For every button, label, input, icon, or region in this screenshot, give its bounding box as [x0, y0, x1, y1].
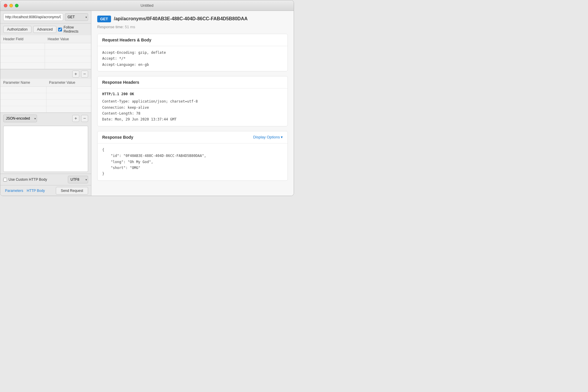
method-select-wrapper: GET POST PUT DELETE PATCH ▾ [65, 13, 88, 21]
response-headers-card: Response Headers HTTP/1.1 200 OK Content… [97, 76, 288, 126]
response-body-json: { "id": "0F40AB3E-488C-404D-86CC-FAB4D5B… [102, 147, 283, 177]
param-value-col: Parameter Value [46, 79, 91, 87]
params-section: Parameter Name Parameter Value [0, 79, 91, 113]
response-body-content: { "id": "0F40AB3E-488C-404D-86CC-FAB4D5B… [98, 143, 288, 180]
method-badge: GET [97, 16, 111, 22]
body-textarea[interactable] [3, 126, 88, 172]
response-body-title: Response Body [102, 135, 133, 140]
tabs-row: Authorization Advanced Follow Redirects [0, 24, 91, 35]
method-select[interactable]: GET POST PUT DELETE PATCH [65, 13, 88, 21]
window-controls [4, 4, 19, 7]
header-row-2 [0, 50, 91, 56]
url-input[interactable] [3, 13, 63, 21]
close-button[interactable] [4, 4, 7, 7]
window-title: Untitled [140, 3, 153, 8]
encoding-select-wrapper: JSON-encoded URL-encoded Multipart ▾ [3, 115, 37, 122]
tab-parameters[interactable]: Parameters [3, 187, 25, 194]
body-section [0, 124, 91, 174]
encoding-select[interactable]: JSON-encoded URL-encoded Multipart [3, 115, 37, 122]
right-panel: GET /api/acronyms/0F40AB3E-488C-404D-86C… [91, 11, 294, 196]
url-bar: GET POST PUT DELETE PATCH ▾ [0, 11, 91, 24]
use-custom-body-checkbox[interactable] [3, 178, 7, 182]
response-headers-code: Content-Type: application/json; charset=… [102, 98, 283, 123]
request-headers-body: Accept-Encoding: gzip, deflate Accept: *… [98, 46, 288, 71]
headers-section: Header Field Header Value [0, 35, 91, 69]
utf-select[interactable]: UTF8 UTF16 ASCII [68, 176, 88, 183]
params-table: Parameter Name Parameter Value [0, 79, 91, 113]
param-row-3 [0, 100, 91, 106]
http-status: HTTP/1.1 200 OK [102, 92, 283, 96]
add-param-button[interactable]: + [72, 115, 79, 122]
param-row-2 [0, 93, 91, 100]
minimize-button[interactable] [9, 4, 13, 7]
encoding-row: JSON-encoded URL-encoded Multipart ▾ + − [0, 113, 91, 124]
remove-param-button[interactable]: − [81, 115, 88, 122]
bottom-tabs: Parameters HTTP Body Send Request [0, 185, 91, 196]
authorization-tab[interactable]: Authorization [3, 26, 31, 33]
display-options-chevron-icon: ▾ [281, 135, 283, 139]
titlebar: Untitled [0, 0, 294, 11]
param-row-1 [0, 87, 91, 93]
response-body-header-row: Response Body Display Options ▾ [98, 131, 288, 143]
follow-redirects-label: Follow Redirects [63, 25, 88, 33]
headers-table: Header Field Header Value [0, 35, 91, 69]
maximize-button[interactable] [15, 4, 19, 7]
add-header-button[interactable]: + [72, 71, 79, 78]
response-time-label: Response time: [97, 25, 124, 29]
custom-body-row: Use Custom HTTP Body UTF8 UTF16 ASCII ▾ [0, 174, 91, 185]
request-headers-card: Request Headers & Body Accept-Encoding: … [97, 34, 288, 71]
request-headers-title: Request Headers & Body [98, 34, 288, 46]
display-options-button[interactable]: Display Options ▾ [253, 135, 283, 139]
response-url-row: GET /api/acronyms/0F40AB3E-488C-404D-86C… [97, 16, 288, 22]
response-time-value: 51 ms [125, 25, 135, 29]
headers-add-remove: + − [0, 69, 91, 79]
response-headers-body: HTTP/1.1 200 OK Content-Type: applicatio… [98, 88, 288, 126]
response-url: /api/acronyms/0F40AB3E-488C-404D-86CC-FA… [114, 16, 248, 22]
utf-select-wrapper: UTF8 UTF16 ASCII ▾ [68, 176, 88, 183]
remove-header-button[interactable]: − [81, 71, 88, 78]
header-value-col: Header Value [45, 35, 91, 43]
tab-http-body[interactable]: HTTP Body [25, 187, 47, 194]
param-name-col: Parameter Name [0, 79, 46, 87]
response-body-card: Response Body Display Options ▾ { "id": … [97, 131, 288, 181]
header-row-3 [0, 56, 91, 63]
main-layout: GET POST PUT DELETE PATCH ▾ Authorizatio… [0, 11, 294, 196]
header-row-4 [0, 63, 91, 69]
response-time-row: Response time: 51 ms [97, 25, 288, 29]
send-request-button[interactable]: Send Request [56, 187, 88, 195]
advanced-tab[interactable]: Advanced [33, 26, 56, 33]
follow-redirects-toggle: Follow Redirects [58, 25, 88, 33]
custom-body-label: Use Custom HTTP Body [3, 177, 47, 182]
send-button-wrapper: Send Request [56, 187, 88, 195]
follow-redirects-checkbox[interactable] [58, 28, 62, 31]
response-headers-title: Response Headers [98, 76, 288, 88]
header-field-col: Header Field [0, 35, 45, 43]
header-row-1 [0, 43, 91, 50]
left-panel: GET POST PUT DELETE PATCH ▾ Authorizatio… [0, 11, 91, 196]
request-headers-code: Accept-Encoding: gzip, deflate Accept: *… [102, 50, 283, 68]
param-row-4 [0, 106, 91, 113]
